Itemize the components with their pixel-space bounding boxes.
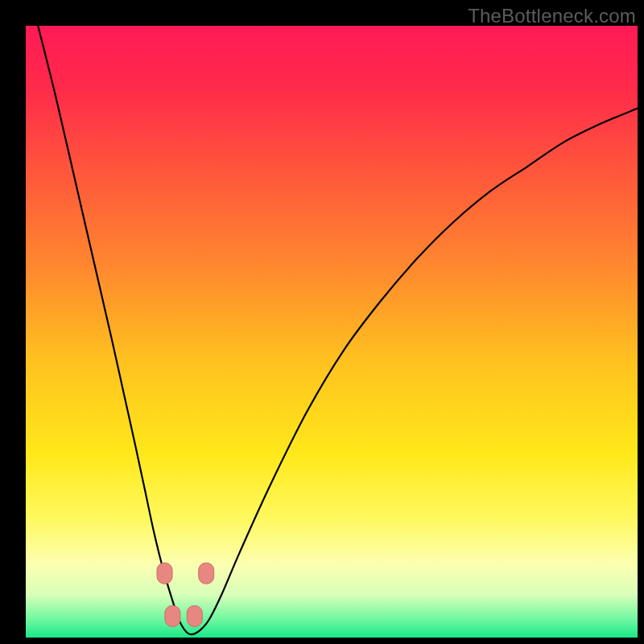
curve-marker-3 — [199, 563, 214, 584]
watermark-text: TheBottleneck.com — [468, 5, 636, 27]
curve-marker-1 — [165, 605, 180, 626]
chart-svg — [26, 26, 638, 638]
chart-frame: TheBottleneck.com — [0, 0, 644, 644]
curve-marker-2 — [187, 605, 202, 626]
gradient-background — [26, 26, 638, 638]
curve-marker-0 — [157, 563, 172, 584]
plot-area — [26, 26, 638, 638]
